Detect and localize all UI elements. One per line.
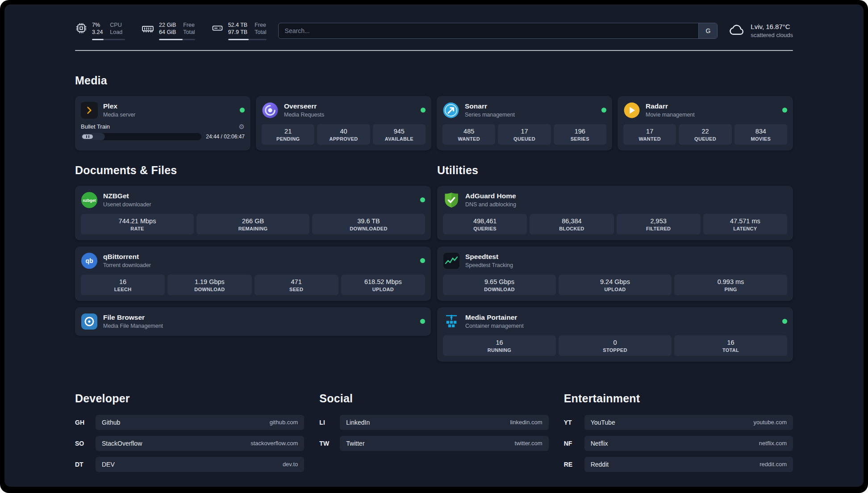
stat-tile: 834MOVIES: [734, 124, 787, 145]
bookmark-abbr: GH: [75, 419, 88, 426]
gear-icon[interactable]: ⚙: [239, 123, 245, 130]
bookmark-abbr: SO: [75, 440, 88, 447]
status-indicator: [420, 197, 425, 202]
cpu-icon: [75, 22, 88, 36]
cpu-progress-bar: [92, 39, 125, 40]
app-name: Media Portainer: [465, 313, 524, 322]
now-playing-title: Bullet Train: [81, 123, 110, 130]
app-card-plex[interactable]: Plex Media server Bullet Train ⚙: [75, 96, 250, 150]
playback-time: 24:44 / 02:06:47: [206, 134, 245, 140]
bookmark-abbr: NF: [564, 440, 577, 447]
stat-tile: 196SERIES: [554, 124, 606, 145]
app-card-filebrowser[interactable]: File Browser Media File Management: [75, 307, 431, 336]
bookmark-name: DEV: [102, 461, 115, 468]
disk-values: 52.4 TB97.9 TB: [228, 21, 248, 36]
disk-icon: [211, 22, 224, 36]
stat-tile: 1.19 GbpsDOWNLOAD: [167, 275, 251, 295]
app-window: 7%3.24 CPULoad: [0, 0, 868, 493]
app-card-radarr[interactable]: Radarr Movie management 17WANTED 22QUEUE…: [618, 96, 793, 150]
app-card-nzbget[interactable]: nzbget NZBGet Usenet downloader 744.21 M…: [75, 186, 431, 240]
bookmark-url: netflix.com: [759, 440, 787, 447]
bookmark-name: StackOverflow: [102, 440, 142, 447]
stat-tile: 9.24 GbpsUPLOAD: [559, 275, 672, 295]
bookmark-link-dev[interactable]: DEV dev.to: [96, 457, 304, 472]
app-card-sonarr[interactable]: Sonarr Series management 485WANTED 17QUE…: [437, 96, 612, 150]
bookmark-link-netflix[interactable]: Netflix netflix.com: [584, 436, 793, 451]
section-title-entertainment: Entertainment: [564, 392, 793, 405]
stat-tile: 47.571 msLATENCY: [703, 214, 787, 234]
bookmark-name: Reddit: [591, 461, 609, 468]
disk-progress-bar: [228, 39, 267, 40]
bookmark-link-reddit[interactable]: Reddit reddit.com: [584, 457, 793, 472]
bookmark-abbr: DT: [75, 461, 88, 468]
weather-condition: scattered clouds: [751, 31, 793, 39]
nzbget-icon: nzbget: [81, 192, 98, 209]
app-card-overseerr[interactable]: Overseerr Media Requests 21PENDING 40APP…: [256, 96, 431, 150]
bookmark-name: YouTube: [591, 419, 615, 426]
bookmark-row: RE Reddit reddit.com: [564, 457, 793, 472]
stat-tile: 945AVAILABLE: [373, 124, 426, 145]
status-indicator: [782, 108, 787, 113]
search-engine-button[interactable]: G: [698, 23, 717, 38]
app-subtitle: Media File Management: [103, 322, 163, 330]
bookmark-row: NF Netflix netflix.com: [564, 436, 793, 451]
section-documents: Documents & Files nzbget NZBGet Usenet d…: [75, 164, 431, 342]
stat-tile: 266 GBREMAINING: [196, 214, 309, 234]
stat-tile: 0STOPPED: [559, 335, 672, 356]
bookmark-row: SO StackOverflow stackoverflow.com: [75, 436, 304, 451]
bookmark-row: DT DEV dev.to: [75, 457, 304, 472]
bookmark-link-linkedin[interactable]: LinkedIn linkedin.com: [340, 415, 548, 430]
section-title-documents: Documents & Files: [75, 164, 431, 177]
stat-tile: 744.21 MbpsRATE: [81, 214, 194, 234]
bookmark-name: Netflix: [591, 440, 608, 447]
app-card-adguard[interactable]: AdGuard Home DNS and adblocking 498,461Q…: [437, 186, 793, 240]
bookmark-row: LI LinkedIn linkedin.com: [319, 415, 548, 430]
stat-tile: 485WANTED: [442, 124, 495, 145]
stat-tile: 22QUEUED: [679, 124, 731, 145]
status-indicator: [782, 319, 787, 324]
app-subtitle: Series management: [465, 111, 515, 118]
search-input[interactable]: [279, 23, 699, 38]
stat-tile: 86,384BLOCKED: [530, 214, 613, 234]
cloud-icon: [729, 22, 745, 40]
weather-location: Lviv, 16.87°C: [751, 22, 793, 31]
bookmark-link-twitter[interactable]: Twitter twitter.com: [340, 436, 548, 451]
app-name: File Browser: [103, 313, 163, 322]
plex-now-playing: Bullet Train ⚙ 24:44 / 02:06:47: [81, 123, 245, 140]
app-card-qbittorrent[interactable]: qb qBittorrent Torrent downloader 16LEEC…: [75, 246, 431, 301]
pause-button[interactable]: [82, 134, 93, 139]
status-indicator: [421, 108, 426, 113]
bookmark-link-youtube[interactable]: YouTube youtube.com: [584, 415, 793, 430]
svg-text:nzbget: nzbget: [83, 198, 96, 202]
bookmark-url: dev.to: [283, 461, 298, 468]
cpu-values: 7%3.24: [92, 21, 103, 36]
status-indicator: [420, 319, 425, 324]
app-name: Plex: [103, 102, 135, 111]
bookmark-link-github[interactable]: Github github.com: [96, 415, 304, 430]
section-title-utilities: Utilities: [437, 164, 793, 177]
stat-tile: 21PENDING: [262, 124, 314, 145]
section-title-media: Media: [75, 74, 793, 87]
bookmark-link-stackoverflow[interactable]: StackOverflow stackoverflow.com: [96, 436, 304, 451]
app-card-speedtest[interactable]: Speedtest Speedtest Tracking 9.65 GbpsDO…: [437, 246, 793, 301]
app-name: Radarr: [646, 102, 695, 111]
stat-tile: 471SEED: [255, 275, 338, 295]
playback-progress-bar[interactable]: [81, 133, 201, 140]
status-indicator: [420, 258, 425, 263]
bookmark-row: YT YouTube youtube.com: [564, 415, 793, 430]
system-stats: 7%3.24 CPULoad: [75, 21, 267, 40]
stat-tile: 17QUEUED: [498, 124, 551, 145]
stat-tile: 618.52 MbpsUPLOAD: [341, 275, 425, 295]
bookmark-name: LinkedIn: [346, 419, 370, 426]
app-subtitle: Torrent downloader: [103, 262, 151, 269]
app-card-portainer[interactable]: Media Portainer Container management 16R…: [437, 307, 793, 362]
speedtest-icon: [443, 252, 460, 269]
bookmark-abbr: TW: [319, 440, 333, 447]
app-subtitle: Movie management: [646, 111, 695, 118]
bookmark-name: Github: [102, 419, 120, 426]
section-title-developer: Developer: [75, 392, 304, 405]
stat-tile: 17WANTED: [623, 124, 676, 145]
qbittorrent-icon: qb: [81, 252, 98, 269]
status-indicator: [240, 108, 245, 113]
bookmark-group-social: Social LI LinkedIn linkedin.com TW Twitt…: [319, 392, 548, 478]
